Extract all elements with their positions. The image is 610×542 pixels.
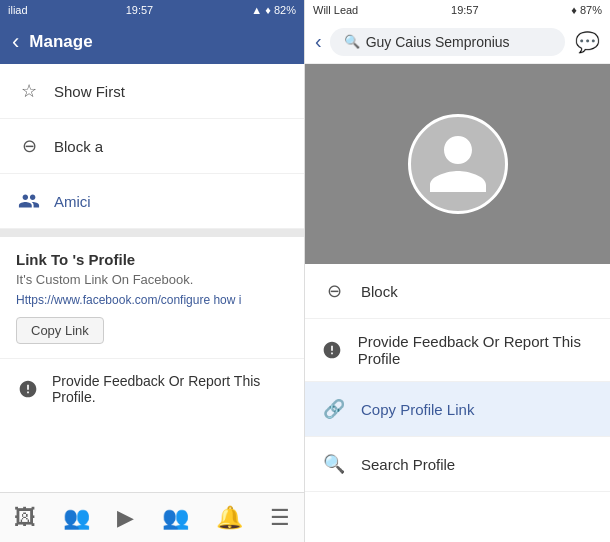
amici-label: Amici xyxy=(54,193,91,210)
nav-groups-icon[interactable]: 👥 xyxy=(162,505,189,531)
copy-link-label: Copy Profile Link xyxy=(361,401,474,418)
action-search-profile[interactable]: 🔍 Search Profile xyxy=(305,437,610,492)
show-first-item[interactable]: ☆ Show First xyxy=(0,64,304,119)
nav-video-icon[interactable]: ▶ xyxy=(117,505,134,531)
nav-friends-icon[interactable]: 👥 xyxy=(63,505,90,531)
divider-left xyxy=(0,229,304,237)
search-profile-icon: 🔍 xyxy=(321,451,347,477)
block-icon-right: ⊖ xyxy=(321,278,347,304)
link-subtitle: It's Custom Link On Facebook. xyxy=(16,272,288,287)
nav-bell-icon[interactable]: 🔔 xyxy=(216,505,243,531)
search-icon: 🔍 xyxy=(344,34,360,49)
time-right: 19:57 xyxy=(451,4,479,16)
nav-home-icon[interactable]: 🖼 xyxy=(14,505,36,531)
report-icon-right xyxy=(321,337,344,363)
search-profile-label: Search Profile xyxy=(361,456,455,473)
avatar xyxy=(408,114,508,214)
amici-item[interactable]: Amici xyxy=(0,174,304,229)
nav-menu-icon[interactable]: ☰ xyxy=(270,505,290,531)
link-url: Https://www.facebook.com/configure how i xyxy=(16,293,288,307)
carrier-right: Will Lead xyxy=(313,4,358,16)
bottom-nav-left: 🖼 👥 ▶ 👥 🔔 ☰ xyxy=(0,492,304,542)
back-button-left[interactable]: ‹ xyxy=(12,29,19,55)
profile-header-area xyxy=(305,64,610,264)
nav-bar-left: ‹ Manage xyxy=(0,20,304,64)
block-item[interactable]: ⊖ Block a xyxy=(0,119,304,174)
status-bar-right: Will Lead 19:57 ♦ 87% xyxy=(305,0,610,20)
block-label: Block a xyxy=(54,138,103,155)
search-input-wrap[interactable]: 🔍 Guy Caius Sempronius xyxy=(330,28,565,56)
report-icon-left xyxy=(16,376,40,402)
back-button-right[interactable]: ‹ xyxy=(315,30,322,53)
block-label-right: Block xyxy=(361,283,398,300)
time-left: 19:57 xyxy=(126,4,154,16)
nav-title-left: Manage xyxy=(29,32,92,52)
search-query-text: Guy Caius Sempronius xyxy=(366,34,510,50)
link-section: Link To 's Profile It's Custom Link On F… xyxy=(0,237,304,359)
signal-right: ♦ 87% xyxy=(571,4,602,16)
action-block[interactable]: ⊖ Block xyxy=(305,264,610,319)
action-copy-link[interactable]: 🔗 Copy Profile Link xyxy=(305,382,610,437)
signal-left: ▲ ♦ 82% xyxy=(251,4,296,16)
right-panel: Will Lead 19:57 ♦ 87% ‹ 🔍 Guy Caius Semp… xyxy=(305,0,610,542)
copy-link-button[interactable]: Copy Link xyxy=(16,317,104,344)
search-bar: ‹ 🔍 Guy Caius Sempronius 💬 xyxy=(305,20,610,64)
action-menu: ⊖ Block Provide Feedback Or Report This … xyxy=(305,264,610,492)
report-label-right: Provide Feedback Or Report This Profile xyxy=(358,333,594,367)
star-icon: ☆ xyxy=(16,78,42,104)
carrier-left: iliad xyxy=(8,4,28,16)
report-label-left: Provide Feedback Or Report This Profile. xyxy=(52,373,288,405)
status-bar-left: iliad 19:57 ▲ ♦ 82% xyxy=(0,0,304,20)
link-icon: 🔗 xyxy=(321,396,347,422)
friends-icon xyxy=(16,188,42,214)
show-first-label: Show First xyxy=(54,83,125,100)
link-title: Link To 's Profile xyxy=(16,251,288,268)
report-item-left[interactable]: Provide Feedback Or Report This Profile. xyxy=(0,359,304,419)
action-report[interactable]: Provide Feedback Or Report This Profile xyxy=(305,319,610,382)
messenger-icon[interactable]: 💬 xyxy=(575,30,600,54)
left-panel: iliad 19:57 ▲ ♦ 82% ‹ Manage ☆ Show Firs… xyxy=(0,0,305,542)
block-icon: ⊖ xyxy=(16,133,42,159)
